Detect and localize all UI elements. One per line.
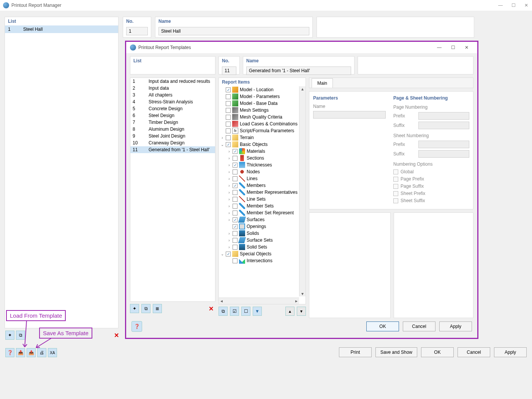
report-tree[interactable]: ✓Model - LocationModel - ParametersModel… — [219, 86, 299, 298]
checkbox[interactable] — [226, 108, 231, 113]
checkbox[interactable] — [233, 197, 238, 202]
minimize-icon[interactable]: — — [498, 3, 503, 8]
checkbox[interactable] — [233, 176, 238, 181]
ok-button[interactable]: OK — [421, 347, 454, 357]
expander-icon[interactable]: ⌄ — [220, 252, 224, 256]
expander-icon[interactable]: ⌄ — [220, 142, 224, 147]
checkbox[interactable]: ✓ — [233, 224, 238, 229]
checkbox[interactable]: ✓ — [233, 183, 238, 188]
page-prefix-input[interactable] — [418, 112, 469, 120]
expander-icon[interactable]: › — [227, 218, 231, 222]
delete-template-icon[interactable]: ✕ — [206, 304, 215, 313]
template-row[interactable]: 10Craneway Design — [130, 139, 215, 146]
tree-item[interactable]: ›Lines — [219, 175, 299, 182]
checkbox[interactable] — [226, 135, 231, 140]
checkbox[interactable] — [233, 231, 238, 236]
tree-item[interactable]: ›Line Sets — [219, 196, 299, 203]
opt-sheet-suffix-check[interactable] — [393, 198, 398, 203]
uncheck-all-icon[interactable]: ☐ — [241, 307, 250, 316]
maximize-icon[interactable]: ☐ — [511, 3, 516, 8]
checkbox[interactable]: ✓ — [233, 149, 238, 154]
sheet-prefix-input[interactable] — [418, 141, 469, 148]
template-row[interactable]: 5Concrete Design — [130, 105, 215, 112]
apply-button[interactable]: Apply — [494, 347, 527, 357]
expander-icon[interactable]: › — [227, 190, 231, 195]
template-row[interactable]: 7Timber Design — [130, 119, 215, 126]
tree-item[interactable]: ⌄✓Basic Objects — [219, 141, 299, 148]
opt-global-check[interactable] — [393, 169, 398, 174]
vscrollbar[interactable]: ▴▾ — [299, 86, 306, 296]
list-row[interactable]: 1 Steel Hall — [5, 25, 118, 33]
name-value[interactable]: Steel Hall — [158, 27, 309, 35]
expander-icon[interactable]: › — [227, 170, 231, 174]
move-down-icon[interactable]: ▾ — [297, 307, 306, 316]
check-all-icon[interactable]: ☑ — [230, 307, 239, 316]
template-row[interactable]: 11Generated from '1 - Steel Hall' — [130, 146, 215, 153]
checkbox[interactable]: ✓ — [226, 142, 231, 147]
tree-item[interactable]: Mesh Settings — [219, 107, 299, 114]
new-icon[interactable]: ✦ — [5, 331, 14, 340]
expander-icon[interactable]: › — [227, 231, 231, 236]
tree-item[interactable]: ›Member Set Represent — [219, 209, 299, 216]
modal-cancel-button[interactable]: Cancel — [403, 321, 435, 331]
tree-item[interactable]: ›Surface Sets — [219, 237, 299, 244]
checkbox[interactable] — [233, 156, 238, 161]
checkbox[interactable] — [233, 169, 238, 174]
tree-item[interactable]: Model - Parameters — [219, 93, 299, 100]
tree-item[interactable]: ›Solid Sets — [219, 244, 299, 250]
expander-icon[interactable]: › — [227, 156, 231, 160]
expander-icon[interactable]: › — [227, 184, 231, 188]
tree-item[interactable]: ›Member Sets — [219, 203, 299, 209]
checkbox[interactable] — [233, 238, 238, 243]
tree-item[interactable]: fxScript/Formula Parameters — [219, 127, 299, 134]
tree-item[interactable]: ›Solids — [219, 230, 299, 237]
opt-sheet-prefix-check[interactable] — [393, 191, 398, 196]
checkbox[interactable]: ✓ — [226, 87, 231, 92]
expander-icon[interactable]: › — [227, 245, 231, 249]
hscrollbar[interactable]: ◂▸ — [219, 298, 299, 304]
expander-icon[interactable]: › — [227, 149, 231, 154]
template-row[interactable]: 2Input data — [130, 85, 215, 92]
tree-item[interactable]: Load Cases & Combinations — [219, 120, 299, 127]
tree-item[interactable]: ✓Openings — [219, 223, 299, 230]
expander-icon[interactable]: › — [227, 177, 231, 181]
list-icon[interactable]: ≣ — [153, 304, 162, 313]
expander-icon[interactable]: › — [227, 211, 231, 215]
checkbox[interactable] — [233, 258, 238, 263]
modal-name-value[interactable]: Generated from '1 - Steel Hall' — [246, 66, 351, 75]
template-row[interactable]: 6Steel Design — [130, 112, 215, 119]
checkbox[interactable] — [226, 101, 231, 106]
expander-icon[interactable]: › — [227, 238, 231, 242]
checkbox[interactable] — [233, 245, 238, 250]
checkbox[interactable] — [226, 122, 231, 127]
tree-item[interactable]: ›Member Representatives — [219, 189, 299, 196]
new-template-icon[interactable]: ✦ — [130, 304, 139, 313]
checkbox[interactable] — [233, 190, 238, 195]
expander-icon[interactable]: › — [227, 163, 231, 167]
tree-item[interactable]: Mesh Quality Criteria — [219, 114, 299, 120]
checkbox[interactable]: ✓ — [226, 252, 231, 256]
expander-icon[interactable]: › — [227, 204, 231, 208]
print-button[interactable]: Print — [339, 347, 372, 357]
template-row[interactable]: 1Input data and reduced results — [130, 78, 215, 85]
tree-item[interactable]: ›Nodes — [219, 168, 299, 175]
template-row[interactable]: 4Stress-Strain Analysis — [130, 98, 215, 105]
checkbox[interactable] — [226, 128, 231, 133]
load-template-icon[interactable]: 📥 — [16, 348, 25, 357]
minimize-icon[interactable]: — — [432, 45, 446, 50]
template-row[interactable]: 3All chapters — [130, 92, 215, 98]
tree-item[interactable]: ›✓Surfaces — [219, 216, 299, 223]
sheet-suffix-input[interactable] — [418, 150, 469, 158]
move-up-icon[interactable]: ▴ — [285, 307, 294, 316]
tree-item[interactable]: ›✓Materials — [219, 148, 299, 155]
tree-item[interactable]: ›✓Thicknesses — [219, 162, 299, 168]
tree-item[interactable]: ›Terrain — [219, 134, 299, 141]
checkbox[interactable]: ✓ — [233, 163, 238, 168]
template-row[interactable]: 8Aluminum Design — [130, 126, 215, 133]
copy-template-icon[interactable]: ⧉ — [141, 304, 150, 313]
checkbox[interactable] — [233, 211, 238, 215]
checkbox[interactable] — [226, 115, 231, 120]
template-list[interactable]: 1Input data and reduced results2Input da… — [130, 78, 215, 302]
checkbox[interactable] — [233, 204, 238, 209]
help-icon[interactable]: ❓ — [5, 348, 14, 357]
